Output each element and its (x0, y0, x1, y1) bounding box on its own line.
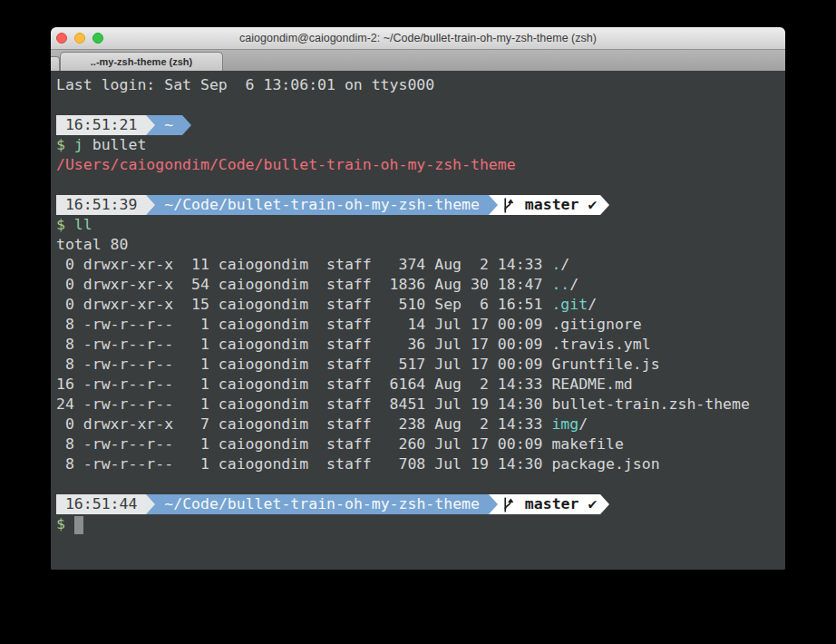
listing-row: 8 -rw-r--r-- 1 caiogondim staff 260 Jul … (56, 434, 785, 454)
powerline-arrow-icon (489, 195, 498, 215)
prompt-time-segment: 16:51:44 (56, 494, 146, 514)
prompt-line: 16:51:39 ~/Code/bullet-train-oh-my-zsh-t… (56, 195, 785, 215)
tab-bar: ..-my-zsh-theme (zsh) (51, 50, 785, 72)
blank-line (56, 95, 785, 115)
terminal-cursor (74, 516, 83, 534)
dir-name: .. (551, 276, 569, 293)
last-login-line: Last login: Sat Sep 6 13:06:01 on ttys00… (56, 75, 785, 95)
listing-row: 8 -rw-r--r-- 1 caiogondim staff 708 Jul … (56, 454, 785, 474)
git-branch-label: master (516, 195, 588, 215)
listing-row: 8 -rw-r--r-- 1 caiogondim staff 517 Jul … (56, 355, 785, 375)
file-meta: 16 -rw-r--r-- 1 caiogondim staff 6164 Au… (56, 376, 551, 393)
dir-name: .git (551, 296, 588, 313)
file-meta: 0 drwxr-xr-x 15 caiogondim staff 510 Sep… (56, 296, 551, 313)
window-title: caiogondim@caiogondim-2: ~/Code/bullet-t… (51, 27, 785, 49)
git-branch-icon (502, 197, 514, 214)
prompt-path-segment: ~/Code/bullet-train-oh-my-zsh-theme (155, 494, 489, 514)
prompt-line: 16:51:21 ~ (56, 115, 785, 135)
git-branch-icon (502, 496, 514, 513)
git-branch-label: master (516, 494, 588, 514)
dir-slash: / (588, 296, 597, 313)
file-meta: 8 -rw-r--r-- 1 caiogondim staff 36 Jul 1… (56, 336, 551, 353)
file-meta: 0 drwxr-xr-x 11 caiogondim staff 374 Aug… (56, 256, 551, 273)
blank-line (56, 175, 785, 195)
terminal-window: caiogondim@caiogondim-2: ~/Code/bullet-t… (51, 27, 785, 570)
prompt-time-segment: 16:51:39 (56, 195, 146, 215)
powerline-arrow-icon (600, 494, 609, 514)
listing-row: 0 drwxr-xr-x 11 caiogondim staff 374 Aug… (56, 255, 785, 275)
listing-row: 8 -rw-r--r-- 1 caiogondim staff 36 Jul 1… (56, 335, 785, 355)
total-line: total 80 (56, 235, 785, 255)
file-name: .gitignore (551, 316, 641, 333)
powerline-arrow-icon (146, 494, 155, 514)
terminal-screen[interactable]: Last login: Sat Sep 6 13:06:01 on ttys00… (51, 71, 785, 570)
listing-row: 8 -rw-r--r-- 1 caiogondim staff 14 Jul 1… (56, 315, 785, 335)
file-name: README.md (551, 376, 632, 393)
listing-row: 16 -rw-r--r-- 1 caiogondim staff 6164 Au… (56, 375, 785, 395)
tab-active[interactable]: ..-my-zsh-theme (zsh) (60, 52, 223, 71)
jump-output-line: /Users/caiogondim/Code/bullet-train-oh-m… (56, 155, 785, 175)
file-name: makefile (551, 435, 623, 453)
dir-name: img (551, 415, 578, 433)
file-name: bullet-train.zsh-theme (551, 395, 750, 413)
command-args: bullet (83, 136, 147, 153)
blank-line (56, 474, 785, 494)
listing-row: 0 drwxr-xr-x 15 caiogondim staff 510 Sep… (56, 295, 785, 315)
dir-slash: / (578, 415, 588, 433)
command-text: j (65, 136, 83, 153)
file-name: package.json (551, 455, 659, 473)
powerline-arrow-icon (182, 115, 191, 135)
prompt-dollar: $ (56, 515, 65, 532)
file-meta: 8 -rw-r--r-- 1 caiogondim staff 260 Jul … (56, 435, 551, 453)
window-titlebar[interactable]: caiogondim@caiogondim-2: ~/Code/bullet-t… (51, 27, 785, 50)
powerline-arrow-icon (600, 195, 609, 215)
tab-well-edge (51, 56, 60, 71)
prompt-git-segment: master ✔ (498, 195, 600, 215)
git-clean-check-icon: ✔ (588, 494, 597, 514)
prompt-dollar: $ (56, 136, 65, 153)
file-meta: 8 -rw-r--r-- 1 caiogondim staff 517 Jul … (56, 356, 551, 373)
listing-row: 0 drwxr-xr-x 54 caiogondim staff 1836 Au… (56, 275, 785, 295)
prompt-dollar: $ (56, 216, 65, 233)
dir-slash: / (569, 276, 578, 293)
dir-name: . (551, 256, 560, 273)
command-line: $ ll (56, 215, 785, 235)
file-meta: 0 drwxr-xr-x 7 caiogondim staff 238 Aug … (56, 415, 551, 433)
prompt-path-segment: ~/Code/bullet-train-oh-my-zsh-theme (155, 195, 489, 215)
prompt-time-segment: 16:51:21 (56, 115, 146, 135)
powerline-arrow-icon (489, 494, 498, 514)
git-clean-check-icon: ✔ (588, 195, 597, 215)
command-text: ll (65, 216, 92, 233)
dir-slash: / (560, 256, 569, 273)
command-line: $ j bullet (56, 135, 785, 155)
prompt-path-segment: ~ (155, 115, 182, 135)
file-name: .travis.yml (551, 336, 650, 353)
tab-label: ..-my-zsh-theme (zsh) (91, 56, 192, 67)
powerline-arrow-icon (146, 115, 155, 135)
input-line[interactable]: $ (56, 514, 785, 534)
powerline-arrow-icon (146, 195, 155, 215)
file-meta: 0 drwxr-xr-x 54 caiogondim staff 1836 Au… (56, 276, 551, 293)
prompt-line: 16:51:44 ~/Code/bullet-train-oh-my-zsh-t… (56, 494, 785, 514)
file-meta: 24 -rw-r--r-- 1 caiogondim staff 8451 Ju… (56, 395, 551, 413)
listing-row: 0 drwxr-xr-x 7 caiogondim staff 238 Aug … (56, 415, 785, 434)
listing-row: 24 -rw-r--r-- 1 caiogondim staff 8451 Ju… (56, 395, 785, 415)
prompt-git-segment: master ✔ (498, 494, 600, 514)
file-name: Gruntfile.js (551, 356, 659, 373)
file-meta: 8 -rw-r--r-- 1 caiogondim staff 708 Jul … (56, 455, 551, 473)
file-meta: 8 -rw-r--r-- 1 caiogondim staff 14 Jul 1… (56, 316, 551, 333)
